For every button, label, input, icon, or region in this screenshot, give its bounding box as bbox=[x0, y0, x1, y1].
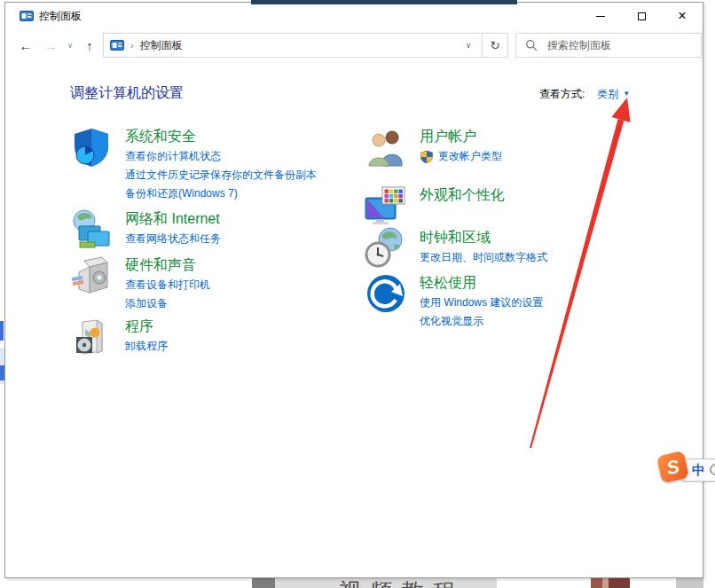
category-link-label: 卸载程序 bbox=[125, 337, 168, 356]
category-link-label: 优化视觉显示 bbox=[420, 312, 483, 331]
category-title-user-accounts[interactable]: 用户帐户 bbox=[420, 126, 502, 147]
background-partial-photo bbox=[591, 578, 630, 588]
clock-globe-icon bbox=[365, 227, 407, 270]
caption-buttons: × bbox=[580, 3, 703, 29]
category-title-ease-of-access[interactable]: 轻松使用 bbox=[420, 272, 543, 294]
category-title-hardware-sound[interactable]: 硬件和声音 bbox=[125, 255, 210, 276]
category-link-label: 使用 Windows 建议的设置 bbox=[420, 294, 543, 312]
category-link-label: 备份和还原(Windows 7) bbox=[125, 184, 238, 203]
maximize-button[interactable] bbox=[621, 3, 662, 29]
category-ease-of-access: 轻松使用 使用 Windows 建议的设置优化视觉显示 bbox=[365, 272, 543, 331]
uac-shield-icon bbox=[420, 150, 434, 164]
category-link[interactable]: 备份和还原(Windows 7) bbox=[125, 184, 317, 203]
navigation-bar: ← → ∨ ↑ › 控制面板 ∨ ↻ bbox=[5, 29, 703, 61]
category-link[interactable]: 优化视觉显示 bbox=[420, 312, 543, 331]
background-bottom-block bbox=[252, 578, 275, 588]
category-clock-region: 时钟和区域 更改日期、时间或数字格式 bbox=[365, 227, 547, 270]
category-link[interactable]: 更改帐户类型 bbox=[420, 147, 502, 166]
close-button[interactable]: × bbox=[662, 3, 703, 29]
category-link-label: 查看设备和打印机 bbox=[125, 276, 210, 294]
category-link-label: 查看你的计算机状态 bbox=[125, 147, 221, 166]
ease-of-access-icon bbox=[365, 272, 407, 315]
back-icon[interactable]: ← bbox=[14, 29, 37, 61]
history-chevron-icon[interactable]: ∨ bbox=[64, 29, 76, 61]
background-bottom-block bbox=[676, 578, 703, 588]
search-box[interactable] bbox=[515, 33, 702, 58]
network-globe-monitors-icon bbox=[70, 208, 113, 251]
control-panel-icon bbox=[110, 39, 124, 51]
titlebar: 控制面板 × bbox=[5, 3, 703, 29]
search-input[interactable] bbox=[546, 38, 701, 52]
category-title-network-internet[interactable]: 网络和 Internet bbox=[125, 208, 221, 230]
category-link[interactable]: 通过文件历史记录保存你的文件备份副本 bbox=[125, 166, 317, 184]
category-link[interactable]: 查看网络状态和任务 bbox=[125, 230, 221, 248]
background-window-strip bbox=[251, 0, 517, 4]
category-network-internet: 网络和 Internet 查看网络状态和任务 bbox=[70, 208, 221, 251]
view-by-value-link[interactable]: 类别 bbox=[597, 87, 618, 102]
category-title-appearance-personalization[interactable]: 外观和个性化 bbox=[420, 184, 505, 206]
background-bottom-banner: 视频教程 bbox=[275, 578, 497, 588]
forward-icon[interactable]: → bbox=[39, 29, 62, 61]
left-edge-link-fragment bbox=[0, 321, 4, 341]
category-link[interactable]: 查看你的计算机状态 bbox=[125, 147, 317, 166]
category-hardware-sound: 硬件和声音 查看设备和打印机添加设备 bbox=[70, 255, 210, 313]
category-link[interactable]: 卸载程序 bbox=[125, 337, 168, 356]
category-title-programs[interactable]: 程序 bbox=[125, 316, 168, 337]
background-bottom-strip: 视频教程 bbox=[0, 578, 715, 588]
category-link-label: 更改日期、时间或数字格式 bbox=[420, 248, 547, 267]
display-palette-icon bbox=[365, 184, 407, 227]
refresh-icon[interactable]: ↻ bbox=[482, 34, 507, 57]
view-by-label: 查看方式: bbox=[539, 87, 585, 102]
category-programs: 程序 卸载程序 bbox=[70, 316, 168, 358]
category-link-label: 查看网络状态和任务 bbox=[125, 230, 221, 248]
category-system-security: 系统和安全 查看你的计算机状态通过文件历史记录保存你的文件备份副本备份和还原(W… bbox=[70, 126, 317, 203]
category-link[interactable]: 使用 Windows 建议的设置 bbox=[420, 294, 543, 312]
category-appearance-personalization: 外观和个性化 bbox=[365, 184, 505, 227]
address-dropdown-icon[interactable]: ∨ bbox=[455, 41, 482, 50]
category-link-label: 添加设备 bbox=[125, 294, 168, 313]
background-partial-text: 视频教程 bbox=[339, 578, 463, 588]
program-package-icon bbox=[70, 316, 113, 358]
security-shield-icon bbox=[70, 126, 113, 169]
category-link[interactable]: 查看设备和打印机 bbox=[125, 276, 210, 294]
minimize-button[interactable] bbox=[580, 3, 621, 29]
category-title-clock-region[interactable]: 时钟和区域 bbox=[420, 227, 547, 248]
view-by-control: 查看方式: 类别 ▼ bbox=[539, 87, 630, 102]
printer-devices-icon bbox=[70, 255, 113, 297]
category-link-label: 更改帐户类型 bbox=[438, 147, 502, 166]
category-link[interactable]: 添加设备 bbox=[125, 294, 210, 313]
breadcrumb[interactable]: 控制面板 bbox=[140, 38, 183, 53]
search-icon bbox=[525, 39, 538, 51]
control-panel-icon bbox=[20, 10, 34, 22]
category-title-system-security[interactable]: 系统和安全 bbox=[125, 126, 317, 147]
page-title: 调整计算机的设置 bbox=[70, 84, 184, 103]
category-link[interactable]: 更改日期、时间或数字格式 bbox=[420, 248, 547, 267]
category-link-label: 通过文件历史记录保存你的文件备份副本 bbox=[125, 166, 317, 184]
address-bar[interactable]: › 控制面板 ∨ ↻ bbox=[103, 33, 508, 58]
window-title: 控制面板 bbox=[39, 9, 82, 24]
up-icon[interactable]: ↑ bbox=[78, 29, 101, 61]
control-panel-window: 控制面板 × ← → ∨ ↑ › 控制面板 ∨ ↻ 调整计算机的设置 bbox=[4, 2, 703, 578]
dropdown-caret-icon[interactable]: ▼ bbox=[623, 90, 630, 98]
breadcrumb-chevron-icon: › bbox=[130, 40, 134, 51]
category-user-accounts: 用户帐户 更改帐户类型 bbox=[365, 126, 502, 169]
two-users-icon bbox=[365, 126, 407, 169]
ime-partial-icon[interactable] bbox=[710, 464, 715, 475]
ime-chinese-mode-indicator[interactable]: 中 bbox=[692, 462, 705, 479]
